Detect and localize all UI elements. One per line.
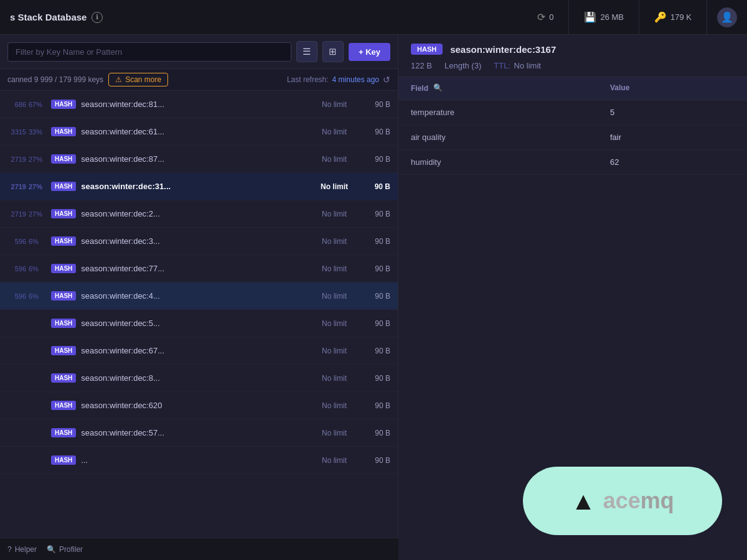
row-pct: 27% bbox=[29, 183, 47, 190]
field-value: 5 bbox=[610, 108, 735, 117]
header-right: ⟳ 0 💾 26 MB 🔑 179 K 👤 bbox=[522, 0, 737, 35]
keys-icon: 🔑 bbox=[654, 11, 667, 23]
detail-ttl: TTL: No limit bbox=[494, 61, 541, 70]
type-badge: HASH bbox=[51, 264, 76, 273]
connections-value: 0 bbox=[549, 12, 553, 22]
helper-button[interactable]: ? Helper bbox=[7, 545, 37, 554]
app-header: s Stack Database ℹ ⟳ 0 💾 26 MB 🔑 179 K 👤 bbox=[0, 0, 747, 35]
view-toggle-button[interactable]: ⊞ bbox=[322, 41, 344, 62]
row-stats: 596 6% bbox=[7, 238, 51, 245]
row-num: 686 bbox=[7, 101, 26, 108]
row-num: 3315 bbox=[7, 128, 26, 136]
row-num: 2719 bbox=[7, 183, 26, 190]
key-row[interactable]: HASH season:winter:dec:8... No limit 90 … bbox=[0, 365, 398, 392]
acemq-logo: ▲ acemq bbox=[523, 467, 722, 535]
key-name: season:winter:dec:77... bbox=[81, 264, 309, 273]
app-title: s Stack Database bbox=[10, 12, 87, 22]
key-name: season:winter:dec:620 bbox=[81, 401, 309, 410]
ttl-value: No limit bbox=[514, 61, 541, 70]
row-pct: 6% bbox=[29, 238, 47, 245]
key-ttl: No limit bbox=[309, 401, 359, 410]
key-name: season:winter:dec:61... bbox=[81, 127, 309, 136]
row-num: 2719 bbox=[7, 210, 26, 218]
key-name: season:winter:dec:8... bbox=[81, 373, 309, 383]
key-row[interactable]: 596 6% HASH season:winter:dec:4... No li… bbox=[0, 282, 398, 310]
type-badge: HASH bbox=[51, 401, 76, 410]
info-icon[interactable]: ℹ bbox=[92, 12, 103, 23]
search-input[interactable] bbox=[7, 42, 291, 62]
key-row[interactable]: HASH season:winter:dec:620 No limit 90 B bbox=[0, 392, 398, 419]
acemq-icon: ▲ bbox=[571, 487, 596, 515]
key-name: season:winter:dec:2... bbox=[81, 209, 309, 218]
menu-button[interactable]: ☰ bbox=[296, 41, 317, 62]
acemq-text-black: ace bbox=[603, 488, 641, 513]
field-value: fair bbox=[610, 133, 735, 142]
scan-more-button[interactable]: ⚠ Scan more bbox=[108, 73, 168, 86]
key-row[interactable]: HASH season:winter:dec:5... No limit 90 … bbox=[0, 310, 398, 337]
profiler-button[interactable]: 🔍 Profiler bbox=[47, 545, 83, 554]
key-size: 90 B bbox=[359, 210, 390, 218]
key-row[interactable]: 596 6% HASH season:winter:dec:3... No li… bbox=[0, 228, 398, 255]
key-size: 90 B bbox=[359, 347, 390, 355]
key-list: 686 67% HASH season:winter:dec:81... No … bbox=[0, 91, 398, 560]
row-stats: 686 67% bbox=[7, 101, 51, 108]
key-row[interactable]: HASH season:winter:dec:57... No limit 90… bbox=[0, 419, 398, 447]
row-stats: 2719 27% bbox=[7, 156, 51, 163]
stat-connections: ⟳ 0 bbox=[522, 0, 569, 35]
field-name: air quality bbox=[411, 133, 610, 142]
profiler-label: Profiler bbox=[59, 545, 83, 554]
row-pct: 27% bbox=[29, 156, 47, 163]
key-row[interactable]: 2719 27% HASH season:winter:dec:31... No… bbox=[0, 173, 398, 200]
type-badge: HASH bbox=[51, 428, 76, 437]
table-row[interactable]: air quality fair bbox=[398, 125, 747, 150]
memory-value: 26 MB bbox=[600, 12, 624, 22]
type-badge: HASH bbox=[51, 182, 76, 191]
key-row[interactable]: 2719 27% HASH season:winter:dec:87... No… bbox=[0, 146, 398, 173]
key-size: 90 B bbox=[359, 264, 390, 273]
key-ttl: No limit bbox=[309, 237, 359, 246]
user-avatar[interactable]: 👤 bbox=[717, 7, 737, 27]
key-size: 90 B bbox=[359, 429, 390, 437]
detail-meta: 122 B Length (3) TTL: No limit bbox=[411, 61, 735, 70]
key-size: 90 B bbox=[359, 374, 390, 383]
key-size: 90 B bbox=[359, 401, 390, 410]
key-row[interactable]: HASH season:winter:dec:67... No limit 90… bbox=[0, 337, 398, 365]
key-toolbar: ☰ ⊞ + Key bbox=[0, 35, 398, 69]
helper-label: Helper bbox=[15, 545, 37, 554]
key-ttl: No limit bbox=[309, 319, 359, 328]
type-badge: HASH bbox=[51, 154, 76, 164]
detail-length: Length (3) bbox=[444, 61, 481, 70]
detail-header: HASH season:winter:dec:3167 122 B Length… bbox=[398, 35, 747, 77]
scan-more-label: Scan more bbox=[125, 75, 161, 84]
field-value: 62 bbox=[610, 157, 735, 167]
key-ttl: No limit bbox=[309, 292, 359, 301]
key-row[interactable]: 596 6% HASH season:winter:dec:77... No l… bbox=[0, 255, 398, 282]
row-pct: 6% bbox=[29, 265, 47, 273]
key-size: 90 B bbox=[359, 456, 390, 465]
scan-right: Last refresh: 4 minutes ago ↺ bbox=[287, 75, 390, 85]
table-row[interactable]: temperature 5 bbox=[398, 100, 747, 125]
type-badge: HASH bbox=[51, 127, 76, 136]
helper-icon: ? bbox=[7, 545, 12, 554]
key-row[interactable]: 686 67% HASH season:winter:dec:81... No … bbox=[0, 91, 398, 118]
ttl-label: TTL: bbox=[494, 61, 510, 70]
key-ttl: No limit bbox=[309, 128, 359, 136]
key-row[interactable]: 2719 27% HASH season:winter:dec:2... No … bbox=[0, 200, 398, 228]
key-name: ... bbox=[81, 455, 309, 465]
key-row[interactable]: HASH ... No limit 90 B bbox=[0, 447, 398, 474]
connections-icon: ⟳ bbox=[537, 11, 545, 23]
field-search-icon[interactable]: 🔍 bbox=[433, 83, 443, 93]
key-ttl: No limit bbox=[309, 210, 359, 218]
field-name: humidity bbox=[411, 157, 610, 167]
type-badge: HASH bbox=[51, 319, 76, 328]
table-row[interactable]: humidity 62 bbox=[398, 150, 747, 175]
key-name: season:winter:dec:81... bbox=[81, 100, 309, 109]
bottom-bar: ? Helper 🔍 Profiler bbox=[0, 538, 398, 560]
refresh-icon[interactable]: ↺ bbox=[383, 75, 390, 85]
key-row[interactable]: 3315 33% HASH season:winter:dec:61... No… bbox=[0, 118, 398, 146]
row-num: 2719 bbox=[7, 156, 26, 163]
key-size: 90 B bbox=[359, 182, 390, 191]
add-key-button[interactable]: + Key bbox=[349, 43, 390, 61]
last-refresh-label: Last refresh: bbox=[287, 75, 329, 84]
type-badge: HASH bbox=[51, 236, 76, 246]
